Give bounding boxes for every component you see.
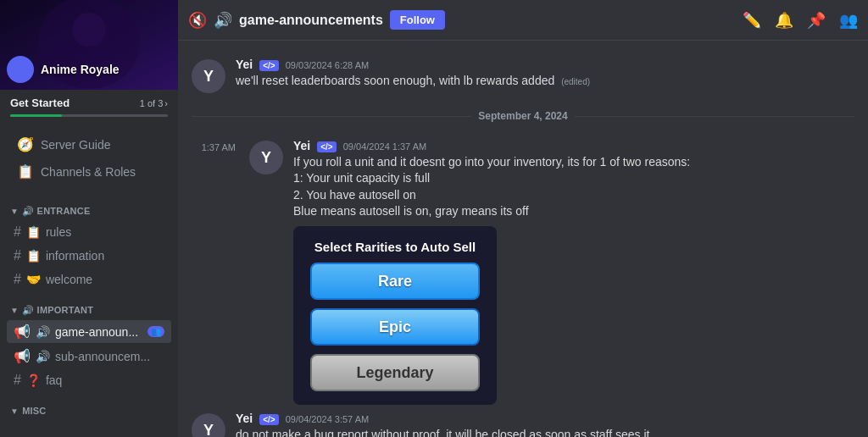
channels-roles-label: Channels & Roles bbox=[41, 165, 136, 179]
pin-icon[interactable]: 📌 bbox=[807, 11, 826, 30]
topbar-channel-name: game-announcements bbox=[239, 13, 383, 28]
messages-container: Y Yei </> 09/03/2024 6:28 AM we'll reset… bbox=[178, 41, 868, 437]
divider-line-left bbox=[192, 116, 471, 117]
avatar-yei-3: Y bbox=[192, 413, 225, 437]
divider-line-right bbox=[575, 116, 854, 117]
rules-emoji: 📋 bbox=[26, 225, 41, 239]
announcement-icon: 📢 bbox=[14, 348, 31, 364]
channel-sub-announcements[interactable]: 📢 🔊 sub-announcem... bbox=[7, 345, 171, 368]
rarity-legendary-button[interactable]: Legendary bbox=[310, 354, 480, 391]
welcome-emoji: 🤝 bbox=[26, 273, 41, 286]
sidebar-item-server-guide[interactable]: 🧭 Server Guide bbox=[7, 131, 171, 158]
notification-icon[interactable]: 🔔 bbox=[775, 11, 793, 30]
message-1-header: Yei </> 09/03/2024 6:28 AM bbox=[236, 58, 854, 71]
rarity-rare-button[interactable]: Rare bbox=[310, 263, 480, 300]
channel-game-announcements[interactable]: 📢 🔊 game-announ... 👥 bbox=[7, 320, 171, 343]
message-1-content: Yei </> 09/03/2024 6:28 AM we'll reset l… bbox=[236, 58, 854, 93]
get-started-section: Get Started 1 of 3 › bbox=[0, 90, 178, 124]
message-2-time: 09/04/2024 1:37 AM bbox=[343, 141, 426, 152]
message-1-edited: (edited) bbox=[561, 77, 590, 86]
category-arrow-icon: ▼ bbox=[10, 207, 19, 216]
message-2: 1:37 AM Y Yei </> 09/04/2024 1:37 AM If … bbox=[178, 136, 868, 408]
message-1-text: we'll reset leaderboards soon enough, wi… bbox=[236, 73, 854, 89]
hash-icon: # bbox=[14, 224, 21, 240]
category-arrow-icon: ▼ bbox=[10, 407, 19, 416]
information-emoji: 📋 bbox=[26, 249, 41, 263]
message-2-line2: 1: Your unit capacity is full bbox=[293, 170, 854, 186]
category-important[interactable]: ▼ 🔊 IMPORTANT bbox=[0, 291, 178, 319]
category-arrow-icon: ▼ bbox=[10, 306, 19, 315]
message-3-header: Yei </> 09/04/2024 3:57 AM bbox=[236, 412, 854, 425]
topbar: 🔇 🔊 game-announcements Follow ✏️ 🔔 📌 👥 bbox=[178, 0, 868, 41]
channel-rules[interactable]: # 📋 rules bbox=[7, 221, 171, 243]
avatar-yei-1: Y bbox=[192, 59, 225, 93]
message-3-time: 09/04/2024 3:57 AM bbox=[286, 414, 369, 424]
message-1-tag: </> bbox=[259, 60, 278, 71]
channel-welcome[interactable]: # 🤝 welcome bbox=[7, 268, 171, 290]
follow-button[interactable]: Follow bbox=[390, 10, 445, 30]
server-guide-label: Server Guide bbox=[41, 138, 110, 152]
channel-welcome-label: welcome bbox=[46, 273, 164, 286]
channel-faq-label: faq bbox=[46, 373, 164, 387]
autosell-image: Select Rarities to Auto Sell Rare Epic L… bbox=[293, 226, 497, 405]
server-header[interactable]: Anime Royale bbox=[0, 0, 178, 90]
channel-information[interactable]: # 📋 information bbox=[7, 245, 171, 267]
channel-faq[interactable]: # ❓ faq bbox=[7, 369, 171, 391]
server-guide-icon: 🧭 bbox=[17, 136, 34, 152]
mute-icon: 🔇 bbox=[188, 11, 207, 30]
category-misc[interactable]: ▼ MISC bbox=[0, 392, 178, 419]
svg-point-2 bbox=[72, 13, 106, 47]
message-1-author: Yei bbox=[236, 58, 253, 71]
date-divider-text: September 4, 2024 bbox=[478, 110, 567, 122]
hash-icon: # bbox=[14, 373, 21, 388]
server-icon bbox=[7, 56, 34, 83]
message-3-tag: </> bbox=[259, 414, 278, 425]
message-2-line3: 2. You have autosell on bbox=[293, 187, 854, 203]
sidebar-item-channels-roles[interactable]: 📋 Channels & Roles bbox=[7, 158, 171, 185]
edit-icon[interactable]: ✏️ bbox=[743, 11, 761, 30]
category-important-label: 🔊 IMPORTANT bbox=[22, 305, 93, 316]
message-2-tag: </> bbox=[317, 141, 336, 152]
message-2-content: Yei </> 09/04/2024 1:37 AM If you roll a… bbox=[293, 139, 854, 405]
hash-icon: # bbox=[14, 248, 21, 263]
message-2-line4: Blue means autosell is on, gray means it… bbox=[293, 203, 854, 219]
main-content: 🔇 🔊 game-announcements Follow ✏️ 🔔 📌 👥 Y… bbox=[178, 0, 868, 437]
message-1-time: 09/03/2024 6:28 AM bbox=[286, 60, 369, 70]
channel-information-label: information bbox=[46, 249, 164, 263]
volume-emoji: 🔊 bbox=[36, 325, 50, 339]
category-entrance[interactable]: ▼ 🔊 ENTRANCE bbox=[0, 192, 178, 220]
member-badge: 👥 bbox=[147, 326, 164, 337]
volume-icon: 🔊 bbox=[214, 11, 232, 30]
avatar-yei-2: Y bbox=[249, 141, 283, 174]
message-2-time-indicator: 1:37 AM bbox=[192, 139, 239, 405]
message-2-line1: If you roll a unit and it doesnt go into… bbox=[293, 154, 854, 170]
message-3-content: Yei </> 09/04/2024 3:57 AM do not make a… bbox=[236, 412, 854, 437]
autosell-title: Select Rarities to Auto Sell bbox=[314, 240, 476, 254]
members-icon[interactable]: 👥 bbox=[839, 11, 858, 30]
message-3-text: do not make a bug report without proof. … bbox=[236, 427, 854, 437]
message-3: Y Yei </> 09/04/2024 3:57 AM do not make… bbox=[178, 408, 868, 437]
category-misc-label: MISC bbox=[22, 406, 46, 416]
channel-rules-label: rules bbox=[46, 225, 164, 239]
sidebar: Anime Royale Get Started 1 of 3 › 🧭 Serv… bbox=[0, 0, 178, 437]
get-started-count: 1 of 3 › bbox=[140, 98, 168, 108]
sidebar-nav: 🧭 Server Guide 📋 Channels & Roles bbox=[0, 124, 178, 192]
progress-bar-fill bbox=[10, 114, 62, 117]
rarity-epic-button[interactable]: Epic bbox=[310, 308, 480, 346]
get-started-label: Get Started bbox=[10, 97, 70, 109]
volume-emoji: 🔊 bbox=[36, 350, 50, 363]
announcement-icon: 📢 bbox=[14, 324, 31, 340]
hash-icon: # bbox=[14, 272, 21, 287]
topbar-right-icons: ✏️ 🔔 📌 👥 bbox=[743, 11, 858, 30]
message-2-header: Yei </> 09/04/2024 1:37 AM bbox=[293, 139, 854, 152]
progress-bar-background bbox=[10, 114, 168, 117]
category-entrance-label: 🔊 ENTRANCE bbox=[22, 206, 90, 217]
channel-game-announcements-label: game-announ... bbox=[55, 325, 142, 339]
channels-roles-icon: 📋 bbox=[17, 163, 34, 180]
date-divider: September 4, 2024 bbox=[192, 110, 854, 122]
message-2-author: Yei bbox=[293, 139, 310, 152]
message-3-author: Yei bbox=[236, 412, 253, 425]
server-name: Anime Royale bbox=[41, 63, 120, 76]
faq-emoji: ❓ bbox=[26, 373, 41, 387]
channel-sub-announcements-label: sub-announcem... bbox=[55, 350, 164, 363]
